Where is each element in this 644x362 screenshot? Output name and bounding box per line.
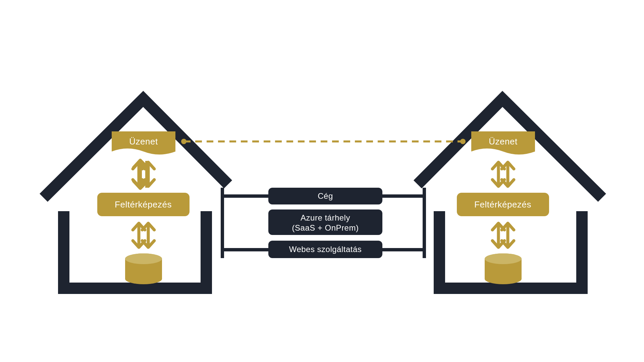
bridge-hosting-line1: Azure tárhely [301, 213, 350, 222]
database-icon [485, 253, 522, 284]
svg-point-9 [460, 139, 466, 144]
bridge-webservice-label: Webes szolgáltatás [289, 245, 362, 254]
mapping-label-left: Feltérképezés [115, 199, 172, 209]
bidirectional-arrow-icon [492, 223, 514, 247]
bidirectional-arrow-icon [133, 223, 154, 247]
mapping-label-right: Feltérképezés [474, 199, 531, 209]
bridge-hosting-line2: (SaaS + OnPrem) [292, 223, 359, 232]
mapping-box-left: Feltérképezés [97, 193, 190, 216]
bidirectional-arrow-icon [492, 162, 514, 186]
house-left-internals: Üzenet Feltérképezés [97, 131, 190, 284]
message-link [181, 139, 466, 144]
bridge-webservice-box: Webes szolgáltatás [268, 241, 382, 258]
bidirectional-arrow-icon [133, 160, 154, 188]
svg-point-19 [125, 274, 162, 284]
house-right-internals: Üzenet Feltérképezés [457, 131, 549, 284]
bridge-hosting-box: Azure tárhely (SaaS + OnPrem) [268, 209, 382, 235]
message-label-right: Üzenet [489, 136, 518, 146]
database-icon [125, 253, 162, 284]
mapping-box-right: Feltérképezés [457, 193, 549, 216]
svg-point-29 [485, 253, 522, 264]
message-box-left: Üzenet [112, 131, 175, 155]
architecture-diagram: Cég Azure tárhely (SaaS + OnPrem) Webes … [0, 0, 644, 362]
message-box-right: Üzenet [471, 131, 535, 155]
bridge-company-label: Cég [318, 191, 333, 200]
svg-point-8 [181, 139, 186, 144]
svg-point-28 [485, 274, 522, 284]
message-label-left: Üzenet [129, 136, 158, 146]
bridge-company-box: Cég [268, 188, 382, 204]
svg-point-20 [125, 253, 162, 264]
